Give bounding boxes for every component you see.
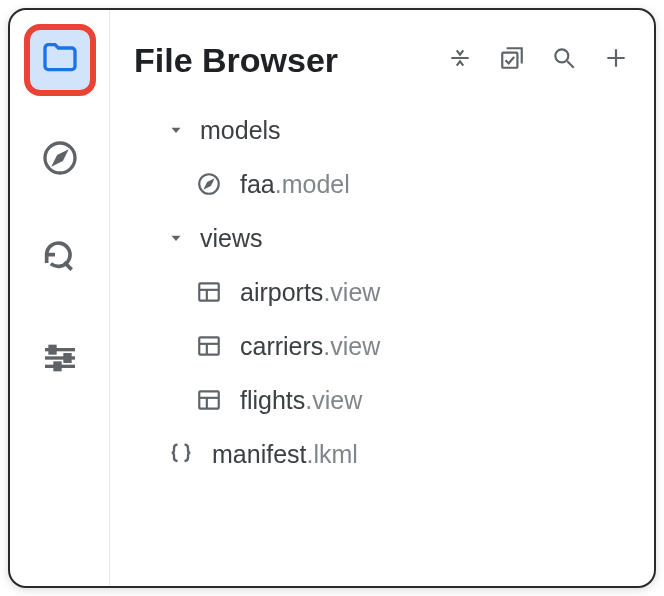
folder-label: models <box>200 116 281 145</box>
bulk-select-button[interactable] <box>498 46 526 74</box>
svg-line-12 <box>567 61 574 68</box>
svg-rect-25 <box>199 391 219 408</box>
sidebar-item-history[interactable] <box>24 224 96 296</box>
svg-rect-22 <box>199 337 219 354</box>
table-icon <box>192 329 226 363</box>
table-icon <box>192 383 226 417</box>
tree-file[interactable]: airports.view <box>162 270 630 314</box>
sidebar-item-compass[interactable] <box>24 124 96 196</box>
history-search-icon <box>40 238 80 282</box>
file-label: faa.model <box>240 170 350 199</box>
header-actions <box>446 46 630 74</box>
tree-folder-models[interactable]: models <box>162 108 630 152</box>
chevron-down-icon <box>162 116 190 144</box>
tree-file[interactable]: carriers.view <box>162 324 630 368</box>
main-panel: File Browser <box>110 10 654 586</box>
search-icon <box>551 45 577 75</box>
svg-rect-19 <box>199 283 219 300</box>
svg-point-11 <box>555 49 568 62</box>
svg-rect-7 <box>65 355 70 362</box>
svg-marker-17 <box>206 181 213 188</box>
tree-folder-views[interactable]: views <box>162 216 630 260</box>
file-label: carriers.view <box>240 332 380 361</box>
sliders-icon <box>40 338 80 382</box>
collapse-button[interactable] <box>446 46 474 74</box>
tree-file[interactable]: flights.view <box>162 378 630 422</box>
sidebar-item-settings[interactable] <box>24 324 96 396</box>
panel-header: File Browser <box>134 30 630 90</box>
file-tree: models faa.model views airports.view <box>134 108 630 476</box>
file-label: flights.view <box>240 386 362 415</box>
collapse-icon <box>447 45 473 75</box>
braces-icon <box>164 437 198 471</box>
table-icon <box>192 275 226 309</box>
folder-icon <box>40 38 80 82</box>
svg-marker-15 <box>172 128 181 133</box>
compass-icon <box>192 167 226 201</box>
add-button[interactable] <box>602 46 630 74</box>
file-label: manifest.lkml <box>212 440 358 469</box>
svg-rect-6 <box>50 346 55 353</box>
svg-marker-1 <box>55 153 65 163</box>
tree-file[interactable]: faa.model <box>162 162 630 206</box>
folder-label: views <box>200 224 263 253</box>
left-rail <box>10 10 110 586</box>
compass-icon <box>40 138 80 182</box>
chevron-down-icon <box>162 224 190 252</box>
tree-file[interactable]: manifest.lkml <box>162 432 630 476</box>
app-window: File Browser <box>8 8 656 588</box>
svg-marker-18 <box>172 236 181 241</box>
panel-title: File Browser <box>134 41 338 80</box>
file-label: airports.view <box>240 278 380 307</box>
search-button[interactable] <box>550 46 578 74</box>
svg-rect-10 <box>502 53 517 68</box>
plus-icon <box>603 45 629 75</box>
svg-rect-8 <box>55 363 60 370</box>
sidebar-item-file-browser[interactable] <box>24 24 96 96</box>
bulk-check-icon <box>499 45 525 75</box>
